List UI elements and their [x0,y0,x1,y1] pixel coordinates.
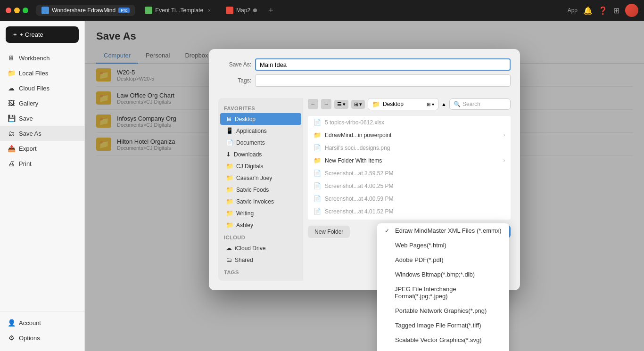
finder-caesarn-joey-label: Caesar'n Joey [236,175,272,181]
new-folder-button[interactable]: New Folder [308,226,350,238]
format-label: Adobe PDF(*.pdf) [395,256,444,263]
finder-item-applications[interactable]: 📱 Applications [220,125,301,137]
browser-item-new-folder[interactable]: 📁 New Folder With Items › [308,154,511,167]
help-icon[interactable]: ❓ [598,6,608,15]
format-item-svg[interactable]: Scalable Vector Graphics(*.svg) [377,333,509,347]
location-dropdown-arrow: ⊞ ▾ [427,102,434,107]
tab-map2[interactable]: Map2 [220,5,263,16]
tab-event[interactable]: Event Ti...Template × [139,5,216,16]
format-label: Edraw MindMaster XML Files (*.emmx) [395,227,502,234]
finder-item-satvic-foods[interactable]: 📁 Satvic Foods [220,184,301,196]
expand-button[interactable]: ▲ [441,101,446,107]
browser-item-5topics[interactable]: 📄 5 topics-virbo-0612.xlsx [308,116,511,129]
format-item-emmx[interactable]: ✓ Edraw MindMaster XML Files (*.emmx) [377,223,509,238]
save-as-row: Save As: [218,58,511,71]
maximize-button[interactable] [23,8,28,13]
file-browser[interactable]: 📄 5 topics-virbo-0612.xlsx 📁 EdrawMind..… [308,116,511,220]
finder-item-ashley[interactable]: 📁 Ashley [220,219,301,231]
finder-item-cj-digitals[interactable]: 📁 CJ Digitals [220,160,301,172]
sidebar-item-save-as[interactable]: 🗂 Save As [0,126,84,141]
app-button[interactable]: App [568,7,578,14]
browser-item-edrawmind[interactable]: 📁 EdrawMind...in powerpoint › [308,129,511,141]
finder-item-shared[interactable]: 🗂 Shared [220,254,301,266]
account-label: Account [19,319,41,327]
browser-item-ss2[interactable]: 📄 Screenshot...at 4.00.25 PM [308,180,511,192]
forward-button[interactable]: → [321,99,331,109]
format-item-docx[interactable]: Word Format(*.docx) [377,347,509,351]
titlebar: Wondershare EdrawMind Pro Event Ti...Tem… [0,0,644,21]
browser-item-ss1[interactable]: 📄 Screenshot...at 3.59.52 PM [308,167,511,180]
export-label: Export [19,145,37,152]
location-dropdown[interactable]: 📁 Desktop ⊞ ▾ [368,98,438,110]
event-icon [145,7,152,14]
list-view-button[interactable]: ☰ ▾ [334,100,348,109]
tab-event-close[interactable]: × [208,8,211,13]
format-item-html[interactable]: Web Pages(*.html) [377,238,509,253]
sidebar-item-workbench[interactable]: 🖥 Workbench [0,50,84,65]
satvic-foods-icon: 📁 [226,186,233,193]
format-item-png[interactable]: Portable Network Graphics(*.png) [377,303,509,318]
dialog-overlay: Save As: Tags: Favorites 🖥 [85,21,644,351]
browser-item-harsil[interactable]: 📄 Harsil's soci...designs.png [308,141,511,154]
minimize-button[interactable] [14,8,20,13]
save-label: Save [19,115,33,122]
gallery-icon: 🖼 [8,99,15,107]
format-item-bmp[interactable]: Windows Bitmap(*.bmp;*.dib) [377,267,509,282]
format-item-jpg[interactable]: JPEG File Interchange Format(*.jpg;*.jpe… [377,282,509,303]
browser-item-label: Screenshot...at 4.00.25 PM [325,183,393,189]
format-label: Portable Network Graphics(*.png) [395,307,487,314]
finder-item-icloud-drive[interactable]: ☁ iCloud Drive [220,242,301,254]
format-item-pdf[interactable]: Adobe PDF(*.pdf) [377,253,509,267]
browser-item-label: EdrawMind...in powerpoint [325,132,391,139]
notification-icon[interactable]: 🔔 [583,6,593,15]
search-placeholder: Search [462,101,480,107]
desktop-icon: 🖥 [226,115,232,122]
print-icon: 🖨 [8,160,15,167]
local-files-icon: 📁 [8,69,15,77]
format-item-tiff[interactable]: Tagged Image File Format(*.tiff) [377,318,509,333]
back-button[interactable]: ← [308,99,318,109]
sidebar-item-account[interactable]: 👤 Account [0,315,84,330]
tab-edrawmind[interactable]: Wondershare EdrawMind Pro [36,5,135,16]
map-icon [226,7,233,14]
tags-form-label: Tags: [218,77,251,84]
sidebar-item-save[interactable]: 💾 Save [0,111,84,126]
browser-item-label: Screenshot...at 4.01.52 PM [325,208,393,215]
sidebar-item-options[interactable]: ⚙ Options [0,330,84,345]
grid-icon[interactable]: ⊞ [613,6,619,15]
add-tab-button[interactable]: + [268,6,273,16]
pro-badge: Pro [118,8,130,13]
finder-item-documents[interactable]: 📄 Documents [220,137,301,148]
finder-item-satvic-invoices[interactable]: 📁 Satvic Invoices [220,196,301,207]
finder-item-downloads[interactable]: ⬇ Downloads [220,148,301,160]
browser-item-label: Harsil's soci...designs.png [325,145,390,151]
titlebar-right: App 🔔 ❓ ⊞ [568,4,638,17]
browser-item-label: Screenshot...at 3.59.52 PM [325,170,393,177]
content-area: Save As Computer Personal Dropbox 📁 W20-… [85,21,644,351]
finder-shared-label: Shared [235,257,253,263]
search-box[interactable]: 🔍 Search [449,98,511,110]
sidebar-item-print[interactable]: 🖨 Print [0,156,84,171]
finder-desktop-label: Desktop [235,116,256,122]
save-as-form-label: Save As: [218,61,251,68]
workbench-label: Workbench [19,55,50,62]
finder-item-caesarn-joey[interactable]: 📁 Caesar'n Joey [220,172,301,184]
close-button[interactable] [6,8,11,13]
browser-item-ss3[interactable]: 📄 Screenshot...at 4.00.59 PM [308,192,511,205]
sidebar-item-export[interactable]: 📤 Export [0,141,84,156]
user-avatar[interactable] [625,4,638,17]
finder-item-desktop[interactable]: 🖥 Desktop [220,113,301,125]
browser-item-ss4[interactable]: 📄 Screenshot...at 4.01.52 PM [308,205,511,218]
sidebar-item-gallery[interactable]: 🖼 Gallery [0,96,84,111]
list-view-chevron: ▾ [343,101,346,107]
sidebar-item-cloud-files[interactable]: ☁ Cloud Files [0,81,84,96]
finder-item-writing[interactable]: 📁 Writing [220,207,301,219]
tags-input[interactable] [255,74,511,87]
file-icon: 📄 [314,119,321,126]
filename-input[interactable] [255,58,511,71]
format-label: Windows Bitmap(*.bmp;*.dib) [395,271,475,278]
icon-view-button[interactable]: ⊞ ▾ [351,100,365,109]
create-button[interactable]: + + Create [6,26,79,43]
save-as-icon: 🗂 [8,130,15,137]
sidebar-item-local-files[interactable]: 📁 Local Files [0,65,84,81]
